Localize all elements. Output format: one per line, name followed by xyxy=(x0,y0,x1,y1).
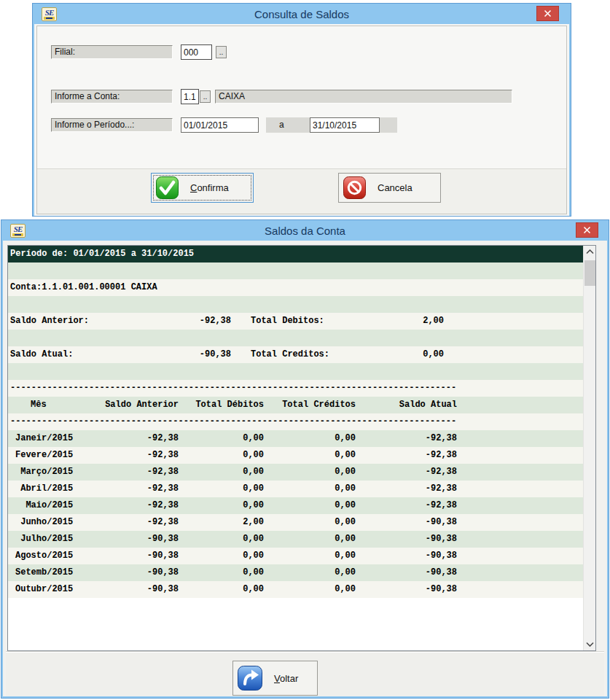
table-row: Janeir/2015-92,380,000,00-92,38 xyxy=(8,430,583,447)
periodo-from-input[interactable] xyxy=(181,117,259,133)
periodo-connector-label: a xyxy=(279,117,284,133)
cell-total_creditos: 0,00 xyxy=(335,564,356,581)
close-icon[interactable] xyxy=(536,6,559,21)
cell-total_creditos: 0,00 xyxy=(335,531,356,548)
saldo-atual-label: Saldo Atual: xyxy=(10,346,73,363)
total-debitos-label: Total Debitos: xyxy=(251,313,324,330)
cell-saldo_anterior: -90,38 xyxy=(147,581,179,598)
periodo-to-input[interactable] xyxy=(310,117,380,133)
saldo-anterior-value: -92,38 xyxy=(200,313,231,330)
report-conta-line: Conta:1.1.01.001.00001 CAIXA xyxy=(8,279,583,296)
cell-saldo_anterior: -92,38 xyxy=(147,497,179,514)
filial-browse-button[interactable]: .. xyxy=(216,46,227,58)
cell-total_creditos: 0,00 xyxy=(335,430,356,447)
header-total-debitos: Total Débitos xyxy=(195,397,264,413)
cell-total_creditos: 0,00 xyxy=(335,548,356,564)
cell-saldo_anterior: -90,38 xyxy=(147,531,179,548)
report-saldo-atual-line: Saldo Atual: -90,38 Total Creditos: 0,00 xyxy=(8,346,583,363)
table-row: Julho/2015-90,380,000,00-90,38 xyxy=(8,531,583,548)
report-blank-line xyxy=(8,330,583,346)
conta-label: Informe a Conta: xyxy=(51,90,173,104)
cell-mes: Agosto/2015 xyxy=(15,548,73,564)
cell-saldo_anterior: -90,38 xyxy=(147,548,179,564)
cell-total_creditos: 0,00 xyxy=(335,581,356,598)
conta-input[interactable] xyxy=(181,89,199,104)
cell-total_creditos: 0,00 xyxy=(335,497,356,514)
report-separator-line: ----------------------------------------… xyxy=(8,413,583,430)
table-row: Outubr/2015-90,380,000,00-90,38 xyxy=(8,581,583,598)
cell-saldo_atual: -92,38 xyxy=(426,430,457,447)
close-icon[interactable] xyxy=(576,222,598,238)
cell-saldo_atual: -92,38 xyxy=(426,497,457,514)
scroll-down-icon[interactable] xyxy=(584,638,596,650)
confirma-button[interactable]: Confirma xyxy=(151,173,254,203)
table-row: Fevere/2015-92,380,000,00-92,38 xyxy=(8,447,583,464)
table-row: Abril/2015-92,380,000,00-92,38 xyxy=(8,481,583,497)
report-separator-line: ----------------------------------------… xyxy=(8,380,583,397)
cell-mes: Janeir/2015 xyxy=(15,430,73,447)
vertical-scrollbar[interactable] xyxy=(583,246,595,650)
cell-saldo_atual: -90,38 xyxy=(426,531,457,548)
total-creditos-label: Total Creditos: xyxy=(251,346,329,363)
month-rows: Janeir/2015-92,380,000,00-92,38Fevere/20… xyxy=(8,430,583,598)
scroll-up-icon[interactable] xyxy=(584,246,596,258)
cell-saldo_anterior: -92,38 xyxy=(147,514,179,531)
cell-saldo_atual: -90,38 xyxy=(426,548,457,564)
cell-total_debitos: 0,00 xyxy=(243,531,264,548)
report-table-header: Mês Saldo Anterior Total Débitos Total C… xyxy=(8,397,583,413)
cell-total_creditos: 0,00 xyxy=(335,481,356,497)
cell-total_debitos: 0,00 xyxy=(243,497,264,514)
table-row: Março/2015-92,380,000,00-92,38 xyxy=(8,464,583,481)
cell-saldo_atual: -92,38 xyxy=(426,447,457,464)
scrollbar-thumb[interactable] xyxy=(584,260,595,286)
report-saldo-anterior-line: Saldo Anterior: -92,38 Total Debitos: 2,… xyxy=(8,313,583,330)
cell-mes: Março/2015 xyxy=(15,464,73,481)
cancela-label: Cancela xyxy=(378,182,412,193)
cell-total_debitos: 2,00 xyxy=(243,514,264,531)
cell-total_debitos: 0,00 xyxy=(243,481,264,497)
total-debitos-value: 2,00 xyxy=(423,313,444,330)
cancela-button[interactable]: Cancela xyxy=(338,173,441,203)
cell-saldo_atual: -92,38 xyxy=(426,464,457,481)
consulta-titlebar[interactable]: SE Consulta de Saldos xyxy=(34,5,569,24)
saldos-content: Período de: 01/01/2015 a 31/10/2015 Cont… xyxy=(3,241,607,696)
total-creditos-value: 0,00 xyxy=(423,346,444,363)
report-scroll-area[interactable]: Período de: 01/01/2015 a 31/10/2015 Cont… xyxy=(7,245,596,651)
cell-mes: Setemb/2015 xyxy=(15,564,73,581)
cell-total_creditos: 0,00 xyxy=(335,447,356,464)
window-title: Consulta de Saldos xyxy=(34,5,569,24)
header-saldo-anterior: Saldo Anterior xyxy=(105,397,179,413)
table-row: Setemb/2015-90,380,000,00-90,38 xyxy=(8,564,583,581)
confirma-label: Confirma xyxy=(190,182,229,193)
dialog-button-bar: Confirma Cancela xyxy=(37,169,566,214)
conta-name-field: CAIXA xyxy=(215,90,512,104)
report-body: Período de: 01/01/2015 a 31/10/2015 Cont… xyxy=(8,246,583,598)
header-saldo-atual: Saldo Atual xyxy=(399,397,457,413)
cell-total_creditos: 0,00 xyxy=(335,464,356,481)
table-row: Agosto/2015-90,380,000,00-90,38 xyxy=(8,548,583,564)
cell-mes: Fevere/2015 xyxy=(15,447,73,464)
filial-input[interactable] xyxy=(181,44,212,60)
cell-saldo_atual: -90,38 xyxy=(426,514,457,531)
cell-saldo_atual: -90,38 xyxy=(426,564,457,581)
conta-browse-button[interactable]: .. xyxy=(200,90,211,103)
cancel-icon xyxy=(343,176,366,199)
table-row: Maio/2015-92,380,000,00-92,38 xyxy=(8,497,583,514)
cell-mes: Junho/2015 xyxy=(15,514,73,531)
cell-mes: Outubr/2015 xyxy=(15,581,73,598)
cell-total_debitos: 0,00 xyxy=(243,548,264,564)
cell-saldo_atual: -90,38 xyxy=(426,581,457,598)
consulta-saldos-window: SE Consulta de Saldos Filial: .. Informe… xyxy=(33,4,571,216)
cell-total_debitos: 0,00 xyxy=(243,581,264,598)
cell-mes: Maio/2015 xyxy=(15,497,73,514)
cell-total_debitos: 0,00 xyxy=(243,464,264,481)
cell-total_creditos: 0,00 xyxy=(335,514,356,531)
cell-saldo_anterior: -92,38 xyxy=(147,430,179,447)
cell-saldo_anterior: -92,38 xyxy=(147,447,179,464)
periodo-label: Informe o Período...: xyxy=(51,118,173,132)
report-blank-line xyxy=(8,296,583,313)
saldos-button-bar: Voltar xyxy=(6,651,604,696)
cell-mes: Julho/2015 xyxy=(15,531,73,548)
saldos-titlebar[interactable]: SE Saldos da Conta xyxy=(3,222,607,241)
voltar-button[interactable]: Voltar xyxy=(232,661,318,696)
